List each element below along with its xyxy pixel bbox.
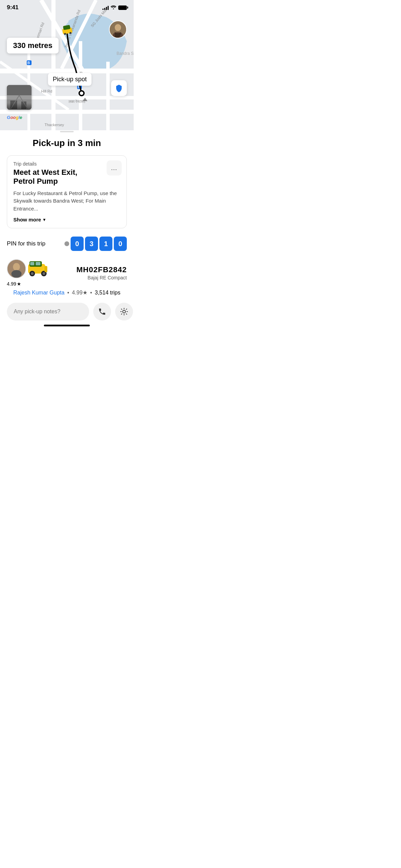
vehicle-illustration [25, 259, 50, 278]
chevron-down-icon: ▾ [43, 217, 45, 222]
bottom-action-bar [7, 303, 127, 321]
pin-section: PIN for this trip 0 3 1 0 [7, 237, 127, 251]
pin-digit-0: 0 [71, 237, 84, 251]
svg-point-52 [42, 272, 45, 275]
svg-rect-8 [106, 62, 110, 130]
driver-section: 4.99 ★ MH02FB2842 Bajaj RE Compact [7, 259, 127, 287]
svg-rect-4 [0, 110, 134, 114]
separator-2: • [90, 290, 92, 296]
svg-rect-44 [11, 270, 22, 278]
trip-details-description: For Lucky Restaurant & Petrol Pump, use … [13, 190, 121, 213]
pin-dot [64, 241, 69, 246]
trip-details-title: Meet at West Exit, Petrol Pump [13, 168, 121, 186]
distance-badge: 330 metres [7, 38, 59, 53]
phone-icon [98, 308, 106, 316]
street-view-thumbnail[interactable] [7, 85, 32, 110]
svg-text:लका रेस्टारट: लका रेस्टारट [68, 99, 86, 104]
call-button[interactable] [93, 303, 111, 321]
user-avatar [109, 21, 127, 38]
svg-rect-53 [45, 266, 47, 272]
settings-button[interactable] [115, 303, 133, 321]
svg-rect-39 [21, 101, 26, 109]
driver-avatar [7, 259, 26, 278]
svg-rect-36 [7, 99, 32, 110]
svg-text:Bandra Sta: Bandra Sta [117, 51, 134, 56]
pickup-notes-input[interactable] [7, 303, 89, 321]
pickup-time: Pick-up in 3 min [7, 132, 127, 155]
svg-rect-38 [10, 100, 17, 109]
status-bar: 9:41 [0, 0, 134, 15]
vehicle-plate: MH02FB2842 [76, 265, 127, 274]
vehicle-model: Bajaj RE Compact [76, 275, 127, 280]
driver-name-link[interactable]: Rajesh Kumar Gupta [13, 290, 64, 296]
svg-text:Hill Rd: Hill Rd [41, 89, 52, 93]
svg-rect-48 [36, 262, 40, 265]
star-icon: ★ [17, 281, 21, 287]
driver-trips: 3,514 trips [95, 290, 121, 296]
trip-details-label: Trip details [13, 161, 121, 167]
driver-rating: 4.99 ★ [7, 281, 21, 287]
pickup-spot-label: Pick-up spot [48, 73, 92, 86]
status-time: 9:41 [7, 4, 19, 11]
bottom-panel: Pick-up in 3 min Trip details Meet at We… [0, 131, 134, 326]
svg-text:Thackersey: Thackersey [45, 123, 64, 127]
trip-details-card: Trip details Meet at West Exit, Petrol P… [7, 155, 127, 228]
signal-icon [102, 5, 109, 10]
pin-label: PIN for this trip [7, 240, 45, 247]
shield-icon[interactable] [111, 80, 127, 96]
driver-vehicle-info: MH02FB2842 Bajaj RE Compact [76, 265, 127, 280]
driver-rating-inline: 4.99★ [72, 289, 87, 296]
svg-text:B: B [27, 61, 30, 65]
status-icons [102, 5, 127, 10]
map-section: Jarimari Rd SG Joshi Marg Swami Vivekana… [0, 0, 134, 130]
svg-point-50 [31, 272, 34, 275]
svg-rect-2 [0, 69, 134, 73]
pin-digit-3: 0 [114, 237, 127, 251]
pin-digits: 0 3 1 0 [64, 237, 127, 251]
svg-rect-47 [30, 262, 34, 265]
svg-point-54 [123, 310, 125, 313]
google-logo: Google [7, 115, 22, 120]
vehicle-on-map [60, 24, 74, 37]
svg-point-43 [13, 263, 20, 271]
separator: • [67, 290, 69, 296]
home-indicator [44, 325, 90, 326]
pin-digit-2: 1 [99, 237, 112, 251]
brightness-icon [120, 308, 128, 316]
show-more-button[interactable]: Show more ▾ [13, 217, 45, 222]
svg-point-26 [80, 92, 83, 95]
pin-digit-1: 3 [85, 237, 98, 251]
more-options-button[interactable]: ... [107, 160, 122, 176]
svg-point-33 [115, 24, 121, 31]
wifi-icon [111, 5, 116, 10]
driver-name-row: Rajesh Kumar Gupta • 4.99★ • 3,514 trips [7, 289, 127, 296]
battery-icon [118, 5, 127, 10]
